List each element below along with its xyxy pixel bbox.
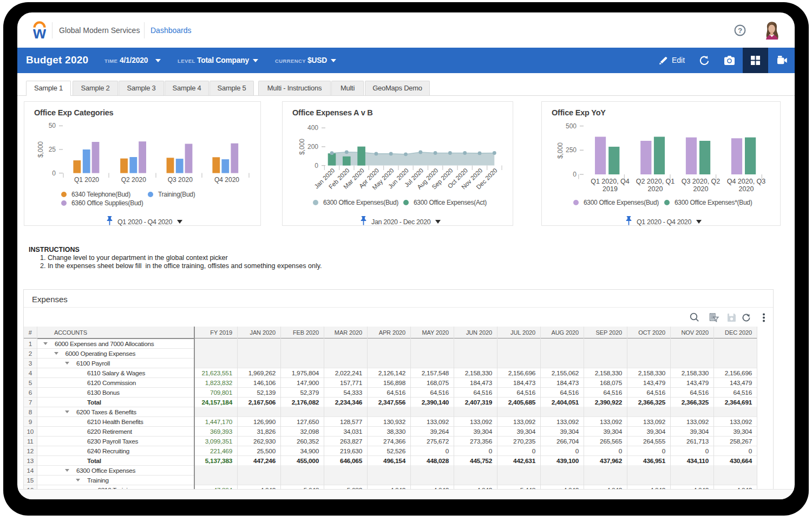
svg-text:0: 0 [315,162,318,170]
svg-text:$,000: $,000 [298,139,306,155]
svg-text:?: ? [738,27,742,35]
svg-text:Q3 2020: Q3 2020 [168,176,193,184]
svg-text:Q2 2020: Q2 2020 [121,176,146,184]
svg-text:Q4 2020: Q4 2020 [214,176,239,184]
svg-text:$,000: $,000 [37,141,44,158]
svg-text:2020: 2020 [739,185,754,193]
svg-text:0: 0 [52,170,56,177]
svg-text:400: 400 [307,124,318,132]
svg-text:500: 500 [566,122,577,130]
svg-text:Q2 2020, Q1: Q2 2020, Q1 [636,178,675,185]
svg-text:50: 50 [49,122,56,129]
svg-text:$,000: $,000 [556,142,564,159]
svg-text:Q3 2020, Q2: Q3 2020, Q2 [682,178,721,185]
svg-text:Q4 2020, Q3: Q4 2020, Q3 [727,178,766,185]
svg-text:2019: 2019 [603,185,618,193]
svg-text:2020: 2020 [693,185,709,193]
svg-text:200: 200 [307,143,318,151]
svg-text:2020: 2020 [648,185,663,193]
svg-text:w: w [33,23,46,40]
svg-text:Q1 2020, Q4: Q1 2020, Q4 [591,178,630,185]
svg-text:250: 250 [566,146,577,154]
svg-text:25: 25 [49,146,56,153]
svg-text:Q1 2020: Q1 2020 [74,176,99,184]
svg-text:0: 0 [573,171,577,178]
